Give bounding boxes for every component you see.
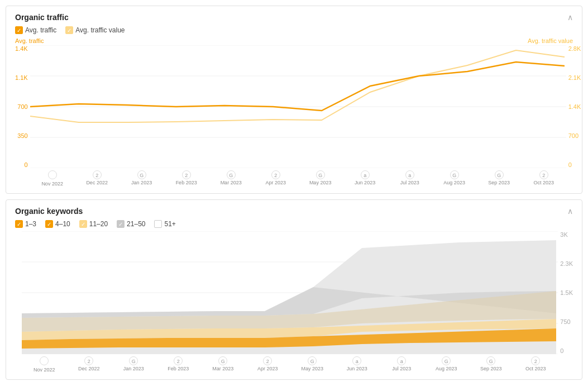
x-label-feb23: 2 Feb 2023 — [164, 170, 209, 187]
legend-rank-4-10-checkbox[interactable]: ✓ — [45, 220, 53, 228]
x-kw-label-sep23: G Sep 2023 — [469, 356, 513, 373]
x-label-apr23: 2 Apr 2023 — [254, 170, 298, 187]
y-kw-label-right-2: 2.3K — [560, 260, 573, 267]
x-label-jul23: a Jul 2023 — [388, 170, 432, 187]
legend-rank-11-20[interactable]: ✓ 11–20 — [79, 220, 108, 228]
x-kw-label-aug23: G Aug 2023 — [424, 356, 469, 373]
badge-jul23: a — [405, 170, 414, 179]
legend-avg-traffic-value[interactable]: ✓ Avg. traffic value — [65, 26, 125, 34]
organic-traffic-chart: 1.4K 1.1K 700 350 0 — [15, 45, 573, 187]
organic-keywords-svg-area: Nov 2022 2 Dec 2022 G Jan 2023 2 Feb 202… — [22, 231, 558, 373]
y-label-left-2: 1.1K — [15, 74, 28, 81]
kw-badge-jan23: G — [129, 356, 138, 365]
y-label-right-1: 2.8K — [568, 45, 581, 52]
badge-may23: G — [316, 170, 325, 179]
x-label-jan23: G Jan 2023 — [119, 170, 164, 187]
legend-rank-51-plus-label: 51+ — [164, 220, 175, 228]
badge-jan23: G — [137, 170, 146, 179]
kw-badge-oct23: 2 — [531, 356, 540, 365]
kw-badge-aug23: G — [442, 356, 451, 365]
legend-rank-21-50-label: 21–50 — [127, 220, 145, 228]
x-kw-label-jan23: G Jan 2023 — [111, 356, 156, 373]
y-label-left-1: 1.4K — [15, 45, 28, 52]
legend-rank-1-3[interactable]: ✓ 1–3 — [15, 220, 36, 228]
y-kw-label-right-4: 750 — [560, 318, 570, 325]
x-label-sep23: G Sep 2023 — [477, 170, 522, 187]
x-kw-label-apr23: 2 Apr 2023 — [245, 356, 290, 373]
legend-rank-4-10[interactable]: ✓ 4–10 — [45, 220, 70, 228]
y-label-left-4: 350 — [17, 132, 27, 139]
legend-avg-traffic-value-checkbox[interactable]: ✓ — [65, 26, 73, 34]
legend-rank-11-20-label: 11–20 — [89, 220, 108, 228]
kw-badge-jul23: a — [397, 356, 406, 365]
badge-nov22 — [48, 170, 57, 179]
kw-badge-nov22 — [40, 356, 49, 365]
x-label-may23: G May 2023 — [298, 170, 343, 187]
y-axis-left-title: Avg. traffic — [15, 37, 44, 44]
kw-badge-jun23: a — [352, 356, 361, 365]
y-label-left-3: 700 — [17, 103, 27, 110]
badge-mar23: G — [227, 170, 236, 179]
badge-feb23: 2 — [182, 170, 191, 179]
organic-traffic-svg — [30, 45, 566, 168]
kw-badge-may23: G — [308, 356, 317, 365]
organic-traffic-header: Organic traffic ∧ — [15, 13, 573, 22]
legend-rank-21-50[interactable]: ✓ 21–50 — [117, 220, 145, 228]
x-kw-label-may23: G May 2023 — [290, 356, 334, 373]
legend-rank-11-20-checkbox[interactable]: ✓ — [79, 220, 87, 228]
legend-avg-traffic[interactable]: ✓ Avg. traffic — [15, 26, 56, 34]
x-kw-label-dec22: 2 Dec 2022 — [66, 356, 111, 373]
y-axis-right-title: Avg. traffic value — [528, 37, 573, 44]
kw-badge-dec22: 2 — [84, 356, 93, 365]
organic-keywords-header: Organic keywords ∧ — [15, 207, 573, 216]
x-axis-organic-kw: Nov 2022 2 Dec 2022 G Jan 2023 2 Feb 202… — [22, 356, 558, 373]
organic-keywords-svg — [22, 231, 558, 354]
organic-traffic-svg-area: Nov 2022 2 Dec 2022 G Jan 2023 2 Feb 202… — [30, 45, 566, 187]
organic-keywords-title: Organic keywords — [15, 207, 83, 216]
x-label-jun23: a Jun 2023 — [343, 170, 388, 187]
x-label-mar23: G Mar 2023 — [209, 170, 254, 187]
x-kw-label-jun23: a Jun 2023 — [334, 356, 379, 373]
kw-badge-mar23: G — [218, 356, 227, 365]
organic-keywords-chart: Nov 2022 2 Dec 2022 G Jan 2023 2 Feb 202… — [15, 231, 573, 373]
kw-badge-feb23: 2 — [174, 356, 183, 365]
y-label-right-3: 1.4K — [568, 103, 581, 110]
y-kw-label-right-1: 3K — [560, 231, 567, 238]
y-axis-left-kw — [15, 231, 22, 373]
y-label-right-5: 0 — [568, 161, 572, 168]
y-axis-right-kw: 3K 2.3K 1.5K 750 0 — [558, 231, 573, 354]
legend-avg-traffic-checkbox[interactable]: ✓ — [15, 26, 23, 34]
legend-rank-21-50-checkbox[interactable]: ✓ — [117, 220, 125, 228]
x-label-dec22: 2 Dec 2022 — [75, 170, 119, 187]
organic-keywords-legend: ✓ 1–3 ✓ 4–10 ✓ 11–20 ✓ 21–50 51+ — [15, 220, 573, 228]
badge-aug23: G — [450, 170, 459, 179]
organic-traffic-collapse-icon[interactable]: ∧ — [567, 13, 573, 22]
y-label-right-2: 2.1K — [568, 74, 581, 81]
y-label-right-4: 700 — [568, 132, 579, 139]
x-kw-label-oct23: 2 Oct 2023 — [513, 356, 558, 373]
legend-avg-traffic-value-label: Avg. traffic value — [75, 26, 125, 34]
y-axis-left: 1.4K 1.1K 700 350 0 — [15, 45, 30, 168]
y-label-left-5: 0 — [25, 161, 28, 168]
avg-traffic-value-line — [30, 50, 565, 122]
x-label-oct23: 2 Oct 2023 — [522, 170, 566, 187]
organic-traffic-title: Organic traffic — [15, 13, 69, 22]
organic-keywords-collapse-icon[interactable]: ∧ — [567, 207, 573, 216]
organic-traffic-axis-titles: Avg. traffic Avg. traffic value — [15, 37, 573, 45]
legend-rank-51-plus[interactable]: 51+ — [154, 220, 175, 228]
y-kw-label-right-5: 0 — [560, 347, 563, 354]
y-kw-label-right-3: 1.5K — [560, 289, 573, 296]
legend-rank-51-plus-checkbox[interactable] — [154, 220, 162, 228]
legend-rank-4-10-label: 4–10 — [55, 220, 70, 228]
badge-apr23: 2 — [271, 170, 280, 179]
legend-rank-1-3-checkbox[interactable]: ✓ — [15, 220, 23, 228]
x-kw-label-jul23: a Jul 2023 — [379, 356, 424, 373]
badge-oct23: 2 — [539, 170, 548, 179]
badge-dec22: 2 — [93, 170, 102, 179]
avg-traffic-line — [30, 62, 565, 111]
x-label-aug23: G Aug 2023 — [432, 170, 477, 187]
kw-badge-sep23: G — [486, 356, 495, 365]
y-axis-right: 2.8K 2.1K 1.4K 700 0 — [566, 45, 581, 168]
kw-badge-apr23: 2 — [263, 356, 272, 365]
x-axis-organic-traffic: Nov 2022 2 Dec 2022 G Jan 2023 2 Feb 202… — [30, 170, 566, 187]
